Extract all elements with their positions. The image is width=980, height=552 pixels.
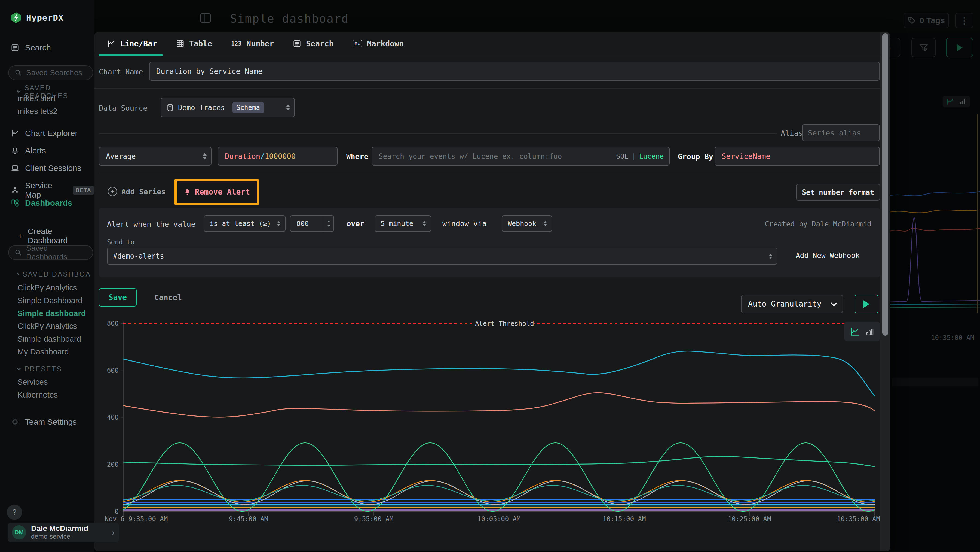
send-to-value: #demo-alerts: [113, 252, 164, 260]
brand-name: HyperDX: [26, 13, 64, 22]
preset-item[interactable]: Services: [18, 378, 48, 387]
created-by-label: Created by Dale McDiarmid: [765, 220, 871, 228]
kebab-icon: ⋮: [960, 15, 969, 26]
aggregation-value: Average: [106, 152, 136, 161]
question-mark-icon: ?: [12, 508, 17, 517]
group-by-input[interactable]: ServiceName: [714, 147, 880, 166]
search-doc-icon: [11, 44, 19, 52]
lucene-toggle[interactable]: Lucene: [639, 152, 664, 160]
timeseries-chart[interactable]: Alert Threshold: [120, 319, 875, 517]
page-title: Simple dashboard: [230, 12, 349, 26]
preset-item[interactable]: Kubernetes: [18, 391, 58, 399]
number-spinner[interactable]: [324, 216, 334, 231]
user-menu[interactable]: DM Dale McDiarmid demo-service - ›: [8, 523, 119, 542]
search-icon: [15, 69, 22, 76]
edit-chart-modal: Line/Bar Table 123 Number Search M↓ Mark…: [94, 32, 890, 551]
sql-toggle[interactable]: SQL: [616, 152, 628, 160]
hyperdx-logo-icon: [11, 12, 21, 24]
modal-scrollbar-thumb[interactable]: [882, 33, 888, 336]
x-axis-tick: 10:35:00 AM: [820, 515, 880, 523]
alias-input[interactable]: [802, 124, 880, 141]
sidebar-item-chart-explorer[interactable]: Chart Explorer: [11, 129, 78, 138]
tags-button[interactable]: 0 Tags: [904, 13, 949, 28]
bar-chart-icon: [865, 327, 874, 336]
x-axis-tick: Nov 6 9:35:00 AM: [105, 515, 186, 523]
send-to-select[interactable]: #demo-alerts: [107, 248, 778, 265]
create-dashboard-button[interactable]: + Create Dashboard: [18, 227, 94, 245]
chart-display-toggle[interactable]: [844, 322, 880, 341]
search-list-icon: [293, 40, 301, 48]
number-123-icon: 123: [231, 40, 242, 47]
field-expression-input[interactable]: Duration/1000000: [218, 147, 337, 166]
alert-window-select[interactable]: 5 minute: [375, 215, 431, 232]
tab-number[interactable]: 123 Number: [231, 39, 274, 48]
sidebar-item-dashboards[interactable]: Dashboards: [11, 198, 72, 207]
background-axis-time-label: 10:35:00 AM: [931, 334, 974, 341]
sidebar-item-search[interactable]: Search: [11, 43, 51, 52]
dashboard-item-active[interactable]: Simple dashboard: [18, 309, 86, 318]
dashboard-item[interactable]: ClickPy Analytics: [18, 322, 77, 331]
aggregation-select[interactable]: Average: [99, 147, 212, 166]
presets-header[interactable]: PRESETS: [18, 365, 62, 373]
beta-badge: BETA: [73, 186, 94, 195]
tab-table[interactable]: Table: [176, 39, 212, 48]
background-chart-type-toggle[interactable]: [943, 96, 970, 107]
select-chevrons-icon: [286, 104, 290, 111]
dashboard-item[interactable]: Simple dashboard: [18, 335, 81, 343]
tab-markdown[interactable]: M↓ Markdown: [353, 39, 403, 48]
alert-threshold-input[interactable]: 800: [290, 215, 334, 232]
where-search-input[interactable]: SQL | Lucene: [372, 147, 670, 166]
chevron-down-icon: [18, 272, 19, 274]
granularity-select[interactable]: Auto Granularity: [741, 295, 843, 313]
saved-searches-input[interactable]: Saved Searches: [8, 65, 93, 80]
divisor-token: 1000000: [265, 152, 296, 161]
sidebar-collapse-icon[interactable]: [200, 13, 212, 24]
tab-search[interactable]: Search: [293, 39, 334, 48]
chart-name-input[interactable]: [149, 62, 880, 81]
y-axis-tick: 600: [102, 367, 119, 374]
select-chevrons-icon: [544, 221, 547, 226]
data-source-select[interactable]: Demo Traces Schema: [161, 98, 295, 117]
saved-searches-placeholder: Saved Searches: [26, 69, 82, 77]
chevron-down-icon: [831, 300, 837, 306]
sidebar-item-client-sessions[interactable]: Client Sessions: [11, 163, 81, 173]
kebab-menu-button[interactable]: ⋮: [955, 13, 974, 28]
alert-channel-select[interactable]: Webhook: [502, 215, 552, 232]
group-by-value: ServiceName: [722, 152, 770, 161]
help-button[interactable]: ?: [7, 504, 22, 520]
sidebar-item-service-map[interactable]: Service Map BETA: [11, 181, 94, 199]
add-series-button[interactable]: + Add Series: [108, 187, 166, 196]
set-number-format-button[interactable]: Set number format: [796, 184, 880, 201]
dashboard-item[interactable]: Simple Dashboard: [18, 296, 83, 305]
group-by-label: Group By: [678, 152, 713, 161]
saved-dashboards-header[interactable]: SAVED DASHBOARDS: [18, 270, 91, 278]
saved-dashboards-input[interactable]: Saved Dashboards: [8, 245, 93, 260]
run-chart-button[interactable]: [854, 295, 878, 313]
dashboard-item[interactable]: My Dashboard: [18, 348, 69, 356]
field-token: Duration: [225, 152, 260, 161]
tabs-divider: [94, 56, 880, 56]
saved-search-item[interactable]: mikes alert: [18, 94, 56, 103]
section-divider: [99, 174, 880, 174]
x-axis-tick: 10:25:00 AM: [719, 515, 780, 523]
save-button[interactable]: Save: [99, 288, 137, 306]
sidebar-item-alerts[interactable]: Alerts: [11, 146, 46, 155]
chart-explorer-icon: [11, 129, 19, 137]
x-axis-tick: 10:05:00 AM: [469, 515, 529, 523]
dashboard-item[interactable]: ClickPy Analytics: [18, 283, 77, 292]
add-new-webhook-button[interactable]: Add New Webhook: [796, 252, 860, 260]
saved-search-item[interactable]: mikes tets2: [18, 107, 57, 116]
remove-alert-button[interactable]: Remove Alert: [195, 187, 250, 196]
database-icon: [167, 104, 174, 112]
brand-logo[interactable]: HyperDX: [11, 12, 64, 24]
cancel-button[interactable]: Cancel: [154, 293, 182, 302]
select-chevrons-icon: [203, 153, 207, 160]
background-panel-divider: [892, 378, 978, 386]
schema-badge[interactable]: Schema: [232, 102, 264, 113]
alert-condition-select[interactable]: is at least (≥): [204, 215, 286, 232]
sidebar-item-team-settings[interactable]: Team Settings: [11, 417, 77, 427]
chevron-down-icon: [17, 89, 21, 93]
modal-scrollbar-track[interactable]: [880, 32, 890, 551]
tab-line-bar[interactable]: Line/Bar: [107, 39, 157, 48]
y-axis-tick: 0: [102, 508, 119, 515]
